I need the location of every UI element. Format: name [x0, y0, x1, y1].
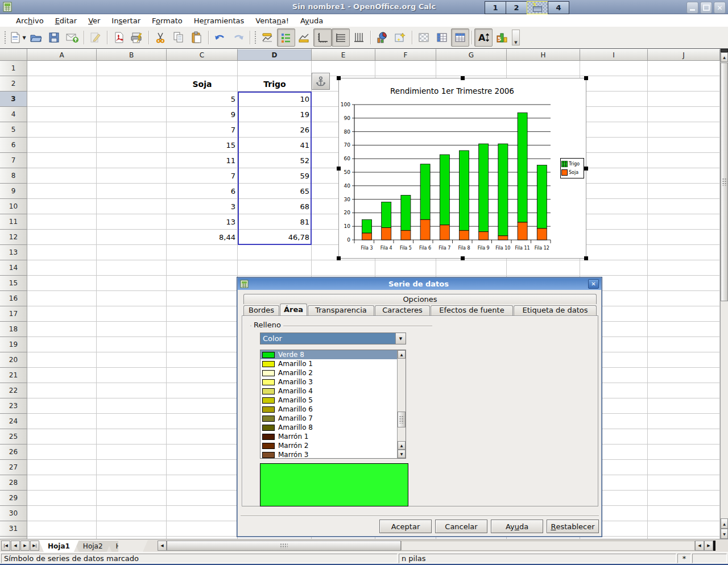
tab-bordes[interactable]: Bordes — [243, 305, 279, 315]
row-header-15[interactable]: 15 — [0, 276, 27, 291]
new-dropdown-icon[interactable]: ▼ — [22, 35, 26, 40]
chart-legend[interactable]: TrigoSoja — [560, 158, 584, 178]
sheet-tab-hoja1[interactable]: Hoja1 — [39, 540, 79, 552]
menu-herramientas[interactable]: Herramientas — [188, 15, 250, 26]
chart-object[interactable]: Rendimiento 1er Trimestre 20060102030405… — [338, 78, 586, 259]
cell-C12[interactable]: 8,44 — [167, 230, 238, 245]
color-listbox[interactable]: Verde 8Amarillo 1Amarillo 2Amarillo 3Ama… — [260, 350, 406, 459]
data-in-columns-button[interactable] — [433, 28, 451, 47]
menu-ayuda[interactable]: Ayuda — [295, 15, 329, 26]
tab-opciones[interactable]: Opciones — [243, 294, 597, 304]
cell-C6[interactable]: 15 — [167, 138, 238, 153]
cell-C9[interactable]: 6 — [167, 184, 238, 199]
select-all-corner[interactable] — [0, 49, 27, 61]
combobox-dropdown-icon[interactable]: ▼ — [395, 333, 406, 344]
cell-C3[interactable]: 5 — [167, 92, 238, 107]
hscroll-split-handle[interactable] — [713, 541, 715, 551]
hscroll-left-button[interactable]: ◀ — [158, 541, 167, 551]
chart-type-button[interactable] — [373, 28, 391, 47]
color-option-amarillo-3[interactable]: Amarillo 3 — [260, 377, 406, 387]
row-header-10[interactable]: 10 — [0, 199, 27, 214]
row-header-16[interactable]: 16 — [0, 291, 27, 306]
column-header-A[interactable]: A — [27, 49, 97, 61]
column-header-C[interactable]: C — [167, 49, 238, 61]
color-option-amarillo-6[interactable]: Amarillo 6 — [260, 405, 406, 414]
row-header-1[interactable]: 1 — [0, 61, 27, 76]
dialog-button-restablecer[interactable]: Restablecer — [547, 520, 599, 533]
menu-archivo[interactable]: Archivo — [10, 15, 49, 26]
workspace-button-1[interactable]: 1 — [485, 1, 506, 14]
list-scroll-down-icon[interactable]: ▼ — [398, 450, 406, 458]
selection-handle[interactable] — [584, 256, 588, 260]
hscroll-right-button[interactable]: ▶ — [704, 541, 713, 551]
cell-C7[interactable]: 11 — [167, 153, 238, 168]
vertical-scroll-thumb[interactable] — [721, 63, 728, 301]
hscroll-left-button-2[interactable]: ◀ — [695, 541, 704, 551]
prev-sheet-button[interactable]: ◀ — [11, 541, 20, 551]
row-header-18[interactable]: 18 — [0, 322, 27, 337]
color-option-marrón-3[interactable]: Marrón 3 — [260, 450, 406, 459]
dialog-button-cancelar[interactable]: Cancelar — [435, 520, 487, 533]
row-header-14[interactable]: 14 — [0, 260, 27, 276]
print-button[interactable] — [128, 28, 146, 47]
list-scroll-up-icon[interactable]: ▲ — [398, 350, 406, 359]
row-header-26[interactable]: 26 — [0, 444, 27, 460]
next-sheet-button[interactable]: ▶ — [20, 541, 30, 551]
row-header-24[interactable]: 24 — [0, 414, 27, 429]
workspace-button-4[interactable]: 4 — [548, 1, 569, 14]
dialog-button-aceptar[interactable]: Aceptar — [379, 520, 432, 533]
menu-ventana[interactable]: Ventana! — [250, 15, 295, 26]
color-list-scrollbar[interactable]: ▲ ▲ ▼ — [397, 350, 406, 458]
selection-handle[interactable] — [337, 76, 341, 80]
scroll-down-button[interactable]: ▼ — [721, 529, 728, 539]
legend-toggle-button[interactable] — [277, 28, 295, 47]
color-option-marrón-2[interactable]: Marrón 2 — [260, 441, 406, 450]
row-header-25[interactable]: 25 — [0, 429, 27, 444]
selection-handle[interactable] — [584, 167, 588, 171]
redo-button[interactable] — [229, 28, 247, 47]
workspace-button-2[interactable]: 2 — [506, 1, 527, 14]
paste-button[interactable] — [188, 28, 206, 47]
fill-type-combobox[interactable]: Color ▼ — [260, 333, 406, 344]
color-option-amarillo-5[interactable]: Amarillo 5 — [260, 396, 406, 405]
open-button[interactable] — [27, 28, 45, 47]
autoformat-chart-button[interactable] — [391, 28, 410, 47]
menu-formato[interactable]: Formato — [146, 15, 188, 26]
list-scroll-up2-icon[interactable]: ▲ — [398, 441, 406, 450]
last-sheet-button[interactable]: ▶| — [30, 541, 39, 551]
undo-button[interactable] — [211, 28, 229, 47]
horizontal-grid-button[interactable] — [332, 28, 350, 47]
column-header-B[interactable]: B — [97, 49, 167, 61]
column-header-D[interactable]: D — [238, 49, 312, 61]
row-header-6[interactable]: 6 — [0, 138, 27, 153]
close-button[interactable]: ✕ — [714, 2, 726, 14]
row-header-27[interactable]: 27 — [0, 460, 27, 475]
export-pdf-button[interactable] — [110, 28, 128, 47]
tab-etiquetadedatos[interactable]: Etiqueta de datos — [514, 305, 597, 315]
column-header-H[interactable]: H — [507, 49, 580, 61]
chart-data-table-button[interactable] — [451, 28, 469, 47]
row-header-13[interactable]: 13 — [0, 245, 27, 260]
color-option-amarillo-4[interactable]: Amarillo 4 — [260, 387, 406, 396]
row-header-12[interactable]: 12 — [0, 230, 27, 245]
column-header-I[interactable]: I — [580, 49, 648, 61]
send-email-button[interactable] — [63, 28, 81, 47]
workspace-button-3[interactable]: 3 — [527, 1, 548, 14]
cell-C10[interactable]: 3 — [167, 199, 238, 214]
menu-ver[interactable]: Ver — [82, 15, 106, 26]
list-scroll-thumb[interactable] — [398, 412, 406, 427]
tab-transparencia[interactable]: Transparencia — [308, 305, 374, 315]
vertical-grid-button[interactable] — [350, 28, 368, 47]
color-option-amarillo-2[interactable]: Amarillo 2 — [260, 368, 406, 377]
copy-button[interactable] — [169, 28, 188, 47]
column-header-J[interactable]: J — [648, 49, 720, 61]
scroll-up-button[interactable]: ▲ — [721, 52, 728, 62]
cell-C11[interactable]: 13 — [167, 214, 238, 230]
color-option-verde-8[interactable]: Verde 8 — [260, 350, 406, 359]
row-header-3[interactable]: 3 — [0, 92, 27, 107]
edit-file-button[interactable] — [86, 28, 105, 47]
row-header-28[interactable]: 28 — [0, 475, 27, 491]
cell-C5[interactable]: 7 — [167, 122, 238, 138]
row-header-8[interactable]: 8 — [0, 168, 27, 184]
reorganize-chart-button[interactable]: 5 — [493, 28, 511, 47]
